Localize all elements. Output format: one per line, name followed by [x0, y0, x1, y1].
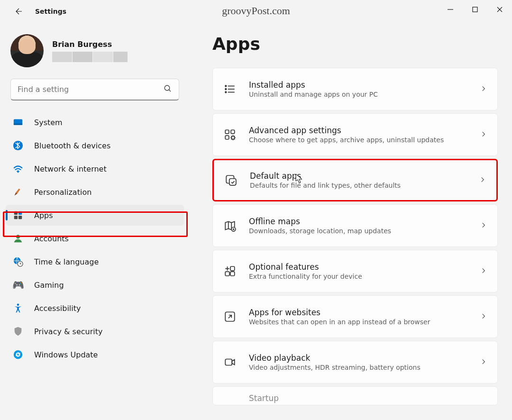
card-apps-for-websites[interactable]: Apps for websitesWebsites that can open … — [212, 295, 498, 338]
svg-rect-31 — [225, 272, 229, 276]
svg-point-15 — [17, 303, 19, 306]
card-installed-apps[interactable]: Installed appsUninstall and manage apps … — [212, 68, 498, 110]
shield-icon — [12, 326, 24, 337]
svg-rect-5 — [14, 124, 22, 125]
svg-point-7 — [18, 172, 19, 173]
chevron-right-icon — [480, 85, 487, 94]
sidebar-item-label: Windows Update — [34, 350, 98, 359]
svg-point-19 — [225, 89, 227, 90]
search-input[interactable] — [18, 85, 159, 94]
profile-block[interactable]: Brian Burgess — [3, 34, 187, 79]
maximize-button[interactable] — [463, 0, 487, 19]
minimize-button[interactable] — [438, 0, 463, 19]
sidebar-item-privacy[interactable]: Privacy & security — [6, 321, 184, 342]
svg-rect-34 — [225, 359, 232, 365]
system-icon — [12, 117, 24, 128]
avatar — [10, 34, 44, 67]
sidebar-item-label: Apps — [34, 211, 53, 220]
sidebar-item-time-language[interactable]: Time & language — [6, 251, 184, 272]
main-content: Apps Installed appsUninstall and manage … — [190, 24, 512, 420]
bluetooth-icon — [12, 140, 24, 151]
svg-rect-24 — [231, 130, 235, 134]
video-icon — [223, 356, 237, 369]
sidebar-item-network[interactable]: Network & internet — [6, 158, 184, 179]
search-box[interactable] — [10, 79, 179, 100]
sidebar: Brian Burgess System Bluetooth & devices… — [0, 24, 190, 420]
card-startup[interactable]: Startup — [212, 386, 498, 405]
sidebar-item-accounts[interactable]: Accounts — [6, 228, 184, 249]
globe-clock-icon — [12, 256, 24, 267]
sidebar-item-bluetooth[interactable]: Bluetooth & devices — [6, 135, 184, 156]
sidebar-item-personalization[interactable]: Personalization — [6, 182, 184, 202]
card-default-apps[interactable]: Default appsDefaults for file and link t… — [212, 159, 498, 201]
card-desc: Choose where to get apps, archive apps, … — [249, 136, 468, 144]
accessibility-icon — [12, 302, 24, 314]
card-desc: Defaults for file and link types, other … — [250, 182, 467, 189]
app-title: Settings — [35, 8, 66, 15]
svg-line-3 — [169, 90, 171, 91]
sidebar-item-apps[interactable]: Apps — [6, 205, 184, 226]
apps-gear-icon — [223, 128, 237, 141]
page-title: Apps — [212, 34, 498, 54]
card-title: Apps for websites — [249, 308, 468, 317]
svg-point-6 — [13, 141, 23, 150]
svg-rect-10 — [14, 216, 18, 219]
profile-name: Brian Burgess — [52, 40, 128, 49]
titlebar: Settings groovyPost.com — [0, 0, 512, 24]
card-advanced-app-settings[interactable]: Advanced app settingsChoose where to get… — [212, 113, 498, 156]
card-title: Installed apps — [249, 80, 468, 90]
sidebar-item-label: Accessibility — [34, 304, 81, 313]
card-video-playback[interactable]: Video playbackVideo adjustments, HDR str… — [212, 341, 498, 383]
svg-point-12 — [16, 235, 20, 238]
sidebar-item-label: Network & internet — [34, 164, 107, 173]
sidebar-item-label: Gaming — [34, 281, 64, 290]
chevron-right-icon — [480, 130, 487, 139]
list-icon — [223, 82, 237, 96]
card-title: Startup — [249, 393, 487, 403]
svg-rect-25 — [225, 136, 229, 139]
card-optional-features[interactable]: Optional featuresExtra functionality for… — [212, 250, 498, 292]
chevron-right-icon — [480, 358, 487, 367]
open-external-icon — [223, 310, 237, 323]
chevron-right-icon — [479, 176, 486, 185]
sidebar-item-label: Accounts — [34, 234, 69, 243]
paintbrush-icon — [12, 186, 24, 198]
search-icon — [164, 84, 172, 95]
apps-plus-icon — [223, 265, 237, 278]
sidebar-item-gaming[interactable]: 🎮 Gaming — [6, 274, 184, 295]
card-desc: Video adjustments, HDR streaming, batter… — [249, 364, 468, 371]
sidebar-item-accessibility[interactable]: Accessibility — [6, 298, 184, 319]
sidebar-item-label: Time & language — [34, 257, 99, 266]
sidebar-nav: System Bluetooth & devices Network & int… — [3, 112, 187, 365]
sidebar-item-label: Bluetooth & devices — [34, 141, 110, 150]
chevron-right-icon — [480, 312, 487, 321]
apps-icon — [12, 210, 24, 221]
startup-icon — [223, 393, 237, 405]
sidebar-item-windows-update[interactable]: Windows Update — [6, 344, 184, 365]
card-desc: Downloads, storage location, map updates — [249, 227, 468, 235]
sidebar-item-system[interactable]: System — [6, 112, 184, 133]
sidebar-item-label: System — [34, 118, 63, 127]
svg-rect-30 — [230, 266, 235, 271]
back-button[interactable] — [14, 7, 24, 16]
svg-rect-28 — [229, 179, 236, 185]
person-icon — [12, 233, 24, 244]
default-apps-icon — [224, 173, 238, 187]
card-title: Offline maps — [249, 217, 468, 226]
card-title: Default apps — [250, 171, 467, 181]
card-title: Video playback — [249, 353, 468, 363]
wifi-icon — [12, 163, 24, 174]
profile-email-redacted — [52, 52, 128, 62]
svg-rect-11 — [18, 216, 22, 219]
svg-rect-9 — [18, 211, 22, 215]
card-offline-maps[interactable]: Offline mapsDownloads, storage location,… — [212, 204, 498, 247]
card-desc: Extra functionality for your device — [249, 273, 468, 280]
watermark-text: groovyPost.com — [222, 5, 290, 17]
svg-rect-8 — [14, 211, 18, 215]
settings-card-list: Installed appsUninstall and manage apps … — [212, 68, 498, 405]
card-desc: Uninstall and manage apps on your PC — [249, 91, 468, 98]
sidebar-item-label: Personalization — [34, 188, 91, 197]
svg-point-17 — [225, 85, 227, 87]
map-download-icon — [223, 219, 237, 232]
close-button[interactable] — [487, 0, 512, 19]
